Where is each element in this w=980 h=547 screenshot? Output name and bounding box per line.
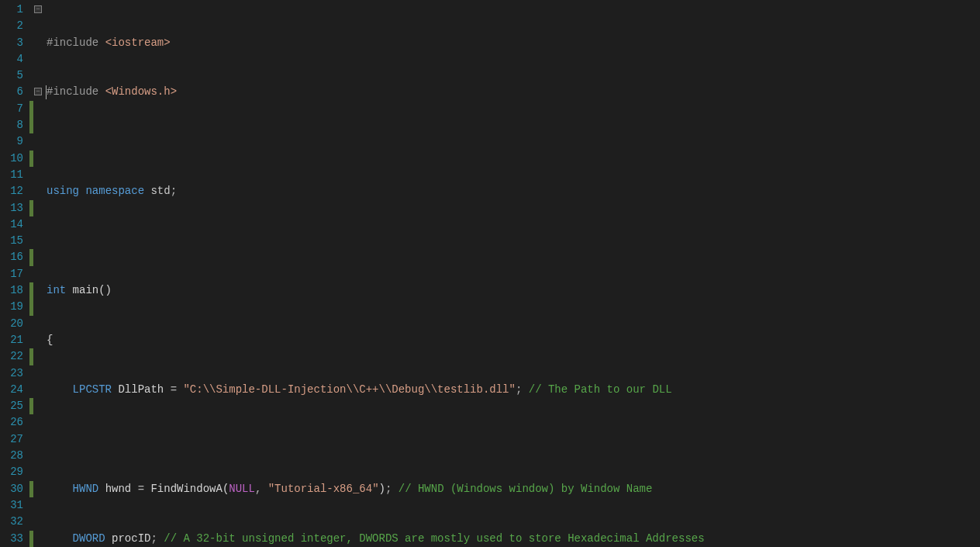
include-header: <iostream> — [105, 36, 171, 49]
code-area[interactable]: #include <iostream> #include <Windows.h>… — [47, 0, 980, 547]
change-marker — [29, 481, 33, 497]
line-number: 15 — [0, 233, 29, 249]
line-number: 25 — [0, 398, 29, 414]
line-number: 3 — [0, 35, 29, 51]
fold-margin[interactable]: −− — [29, 0, 47, 547]
change-marker — [29, 348, 33, 365]
line-number: 19 — [0, 299, 29, 315]
line-number: 26 — [0, 414, 29, 431]
preprocessor: #include — [47, 85, 105, 98]
line-number: 1 — [0, 2, 29, 18]
fold-toggle-icon[interactable]: − — [34, 5, 42, 13]
line-number: 13 — [0, 200, 29, 216]
line-number: 16 — [0, 249, 29, 265]
line-number: 14 — [0, 216, 29, 233]
line-number: 6 — [0, 84, 29, 100]
line-number: 11 — [0, 167, 29, 183]
code-editor[interactable]: 1 2 3 4 5 6 7 8 9 10 11 12 13 14 15 16 1… — [0, 0, 980, 547]
line-number: 9 — [0, 133, 29, 150]
line-number: 27 — [0, 431, 29, 448]
change-marker — [29, 531, 33, 547]
change-marker — [29, 200, 33, 216]
line-number: 24 — [0, 382, 29, 398]
change-marker — [29, 299, 33, 315]
line-number: 10 — [0, 151, 29, 167]
line-number: 30 — [0, 481, 29, 497]
change-marker — [29, 398, 33, 414]
line-number: 23 — [0, 365, 29, 382]
line-number: 5 — [0, 68, 29, 84]
line-number: 8 — [0, 117, 29, 133]
line-number: 28 — [0, 448, 29, 464]
change-marker — [29, 101, 33, 117]
line-number: 7 — [0, 101, 29, 117]
line-number: 29 — [0, 464, 29, 480]
line-number: 20 — [0, 316, 29, 332]
change-marker — [29, 249, 33, 265]
change-marker — [29, 117, 33, 133]
fold-toggle-icon[interactable]: − — [34, 88, 42, 95]
preprocessor: #include — [47, 36, 105, 49]
line-number: 22 — [0, 348, 29, 365]
include-header: <Windows.h> — [105, 85, 177, 98]
line-number: 17 — [0, 266, 29, 282]
line-number-gutter: 1 2 3 4 5 6 7 8 9 10 11 12 13 14 15 16 1… — [0, 0, 29, 547]
line-number: 21 — [0, 332, 29, 348]
line-number: 2 — [0, 18, 29, 34]
line-number: 12 — [0, 183, 29, 199]
change-marker — [29, 151, 33, 167]
line-number: 18 — [0, 282, 29, 299]
change-marker — [29, 282, 33, 299]
line-number: 31 — [0, 497, 29, 514]
line-number: 33 — [0, 531, 29, 547]
line-number: 4 — [0, 51, 29, 68]
line-number: 32 — [0, 514, 29, 530]
